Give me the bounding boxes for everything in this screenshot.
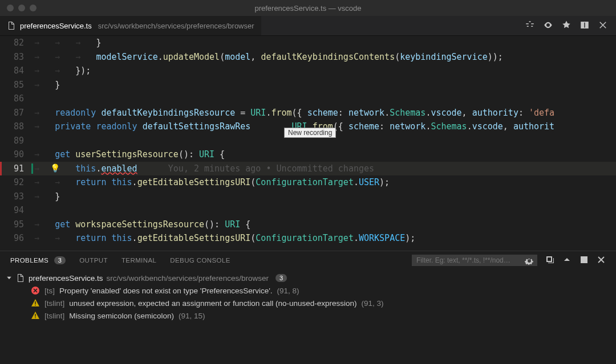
code-line[interactable]: 92→ → return this.getEditableSettingsURI… <box>0 175 616 190</box>
problems-file-path: src/vs/workbench/services/preferences/br… <box>107 274 269 283</box>
file-icon <box>7 21 16 30</box>
hover-tooltip: New recording <box>284 128 336 138</box>
svg-rect-2 <box>35 305 35 305</box>
tab-problems[interactable]: PROBLEMS 3 <box>10 257 66 264</box>
tab-output[interactable]: OUTPUT <box>79 257 108 264</box>
chevron-down-icon <box>6 275 13 281</box>
editor-tabbar: preferencesService.ts src/vs/workbench/s… <box>0 16 616 36</box>
line-content: → → return this.getEditableSettingsURI(C… <box>34 233 616 243</box>
line-content: → readonly defaultKeybindingsResource = … <box>34 108 616 118</box>
code-line[interactable]: 94 <box>0 203 616 218</box>
problem-message: unused expression, expected an assignmen… <box>69 299 356 308</box>
problem-location: (91, 8) <box>277 287 299 295</box>
line-number: 82 <box>0 38 34 48</box>
code-line[interactable]: 91→ → this.enabled You, 2 minutes ago • … <box>0 162 616 176</box>
code-line[interactable]: 95→ get workspaceSettingsResource(): URI… <box>0 218 616 232</box>
bottom-panel: PROBLEMS 3 OUTPUT TERMINAL DEBUG CONSOLE… <box>0 251 616 364</box>
run-icon[interactable] <box>561 20 572 32</box>
problems-file-row[interactable]: preferencesService.ts src/vs/workbench/s… <box>6 272 610 284</box>
line-number: 95 <box>0 219 34 230</box>
chevron-up-icon[interactable] <box>562 255 572 265</box>
file-icon <box>16 273 25 283</box>
problems-file-count: 3 <box>275 274 287 282</box>
code-line[interactable]: 90→ get userSettingsResource(): URI { <box>0 148 616 162</box>
line-content: → → return this.getEditableSettingsURI(C… <box>34 177 616 187</box>
problem-location: (91, 3) <box>362 299 384 308</box>
tab-filename: preferencesService.ts <box>20 22 92 30</box>
line-content: → } <box>34 80 616 90</box>
svg-rect-1 <box>35 301 35 304</box>
code-line[interactable]: 93→ } <box>0 190 616 204</box>
line-number: 93 <box>0 191 34 202</box>
problem-message: Missing semicolon (semicolon) <box>69 312 174 320</box>
tab-debug-console[interactable]: DEBUG CONSOLE <box>170 257 230 264</box>
warning-icon <box>31 311 40 320</box>
line-content: → → → } <box>34 38 616 48</box>
panel-tabs: PROBLEMS 3 OUTPUT TERMINAL DEBUG CONSOLE <box>0 251 616 269</box>
line-number: 84 <box>0 66 34 76</box>
problem-source: [tslint] <box>44 299 64 308</box>
tab-terminal[interactable]: TERMINAL <box>121 257 156 264</box>
code-line[interactable]: 85→ } <box>0 78 616 92</box>
window-titlebar: preferencesService.ts — vscode <box>0 0 616 16</box>
warning-icon <box>31 298 40 308</box>
code-line[interactable]: 84→ → }); <box>0 64 616 78</box>
collapse-all-icon[interactable] <box>545 255 554 265</box>
line-number: 91 <box>0 163 34 174</box>
code-line[interactable]: 86 <box>0 92 616 106</box>
compare-icon[interactable] <box>525 20 535 32</box>
code-line[interactable]: 82→ → → } <box>0 36 616 50</box>
show-source-icon[interactable] <box>543 20 553 32</box>
svg-rect-3 <box>35 314 35 317</box>
split-editor-icon[interactable] <box>579 20 590 32</box>
line-content: → } <box>34 191 616 202</box>
problems-count-badge: 3 <box>54 256 66 264</box>
problems-filter <box>412 255 537 266</box>
problems-list: preferencesService.ts src/vs/workbench/s… <box>0 269 616 364</box>
line-number: 96 <box>0 233 34 243</box>
problem-item[interactable]: [ts]Property 'enabled' does not exist on… <box>6 284 610 297</box>
editor-tab[interactable]: preferencesService.ts src/vs/workbench/s… <box>0 16 261 35</box>
code-editor[interactable]: 82→ → → }83→ → → modelService.updateMode… <box>0 36 616 251</box>
line-number: 86 <box>0 93 34 104</box>
line-number: 90 <box>0 149 34 159</box>
tab-problems-label: PROBLEMS <box>10 257 48 264</box>
lightbulb-icon[interactable]: 💡 <box>50 163 60 173</box>
problems-filter-input[interactable] <box>412 255 537 266</box>
line-content: → get workspaceSettingsResource(): URI { <box>34 219 616 230</box>
tab-filepath: src/vs/workbench/services/preferences/br… <box>98 22 254 30</box>
line-number: 92 <box>0 177 34 187</box>
code-line[interactable]: 87→ readonly defaultKeybindingsResource … <box>0 106 616 120</box>
window-title: preferencesService.ts — vscode <box>0 4 616 13</box>
line-number: 83 <box>0 52 34 62</box>
close-panel-icon[interactable] <box>597 255 606 265</box>
problem-message: Property 'enabled' does not exist on typ… <box>59 287 273 295</box>
problem-item[interactable]: [tslint]unused expression, expected an a… <box>6 297 610 309</box>
line-number: 88 <box>0 121 34 132</box>
editor-toolbar <box>525 20 616 32</box>
line-content: → → this.enabled You, 2 minutes ago • Un… <box>34 163 616 174</box>
line-content: → get userSettingsResource(): URI { <box>34 149 616 159</box>
problem-source: [ts] <box>44 287 55 295</box>
line-number: 85 <box>0 80 34 90</box>
line-number: 87 <box>0 108 34 118</box>
line-content: → → → modelService.updateModel(model, de… <box>34 52 616 62</box>
filter-settings-icon[interactable] <box>525 256 534 265</box>
error-icon <box>31 286 40 295</box>
problem-location: (91, 15) <box>179 312 205 320</box>
line-number: 94 <box>0 205 34 215</box>
maximize-panel-icon[interactable] <box>579 255 589 265</box>
problem-source: [tslint] <box>44 312 64 320</box>
code-line[interactable]: 96→ → return this.getEditableSettingsURI… <box>0 231 616 246</box>
problem-item[interactable]: [tslint]Missing semicolon (semicolon)(91… <box>6 309 610 322</box>
line-content: → → }); <box>34 66 616 76</box>
code-line[interactable]: 83→ → → modelService.updateModel(model, … <box>0 50 616 64</box>
line-number: 89 <box>0 136 34 146</box>
problems-file-name: preferencesService.ts <box>29 274 103 283</box>
more-actions-icon[interactable] <box>598 20 608 32</box>
svg-rect-4 <box>35 317 35 318</box>
